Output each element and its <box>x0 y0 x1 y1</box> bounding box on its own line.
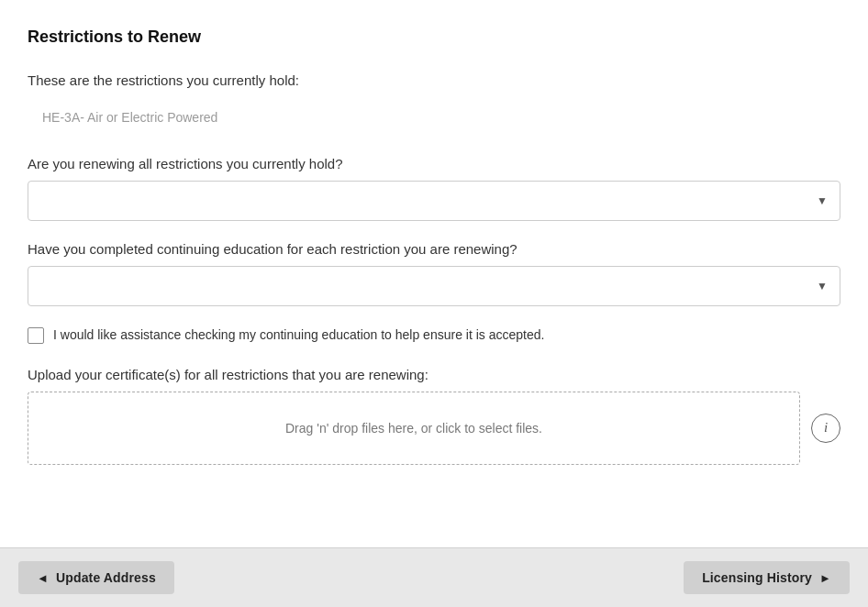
upload-dropzone-text: Drag 'n' drop files here, or click to se… <box>285 421 542 436</box>
continuing-ed-label: Have you completed continuing education … <box>28 241 840 257</box>
next-arrow-icon: ► <box>819 571 831 585</box>
next-button[interactable]: Licensing History ► <box>684 561 850 594</box>
main-content: Restrictions to Renew These are the rest… <box>0 0 868 547</box>
back-button[interactable]: ◄ Update Address <box>18 561 174 594</box>
assistance-checkbox[interactable] <box>28 327 44 344</box>
current-restrictions-label: These are the restrictions you currently… <box>28 72 840 88</box>
continuing-ed-select-wrapper: Yes No ▼ <box>28 266 840 306</box>
upload-area-wrapper: Drag 'n' drop files here, or click to se… <box>28 392 840 465</box>
info-icon[interactable]: i <box>811 414 840 443</box>
page-title: Restrictions to Renew <box>28 28 840 47</box>
footer-bar: ◄ Update Address Licensing History ► <box>0 547 868 607</box>
next-button-label: Licensing History <box>702 570 812 585</box>
assistance-checkbox-row: I would like assistance checking my cont… <box>28 326 840 345</box>
renewing-all-label: Are you renewing all restrictions you cu… <box>28 156 840 171</box>
back-button-label: Update Address <box>56 570 156 585</box>
assistance-checkbox-label: I would like assistance checking my cont… <box>53 326 544 345</box>
continuing-ed-select[interactable]: Yes No <box>28 266 840 306</box>
back-arrow-icon: ◄ <box>37 571 49 585</box>
current-restriction-value: HE-3A- Air or Electric Powered <box>28 101 840 134</box>
renewing-all-select-wrapper: Yes No ▼ <box>28 181 840 221</box>
info-icon-label: i <box>824 420 828 436</box>
upload-label: Upload your certificate(s) for all restr… <box>28 367 840 382</box>
upload-dropzone[interactable]: Drag 'n' drop files here, or click to se… <box>28 392 800 465</box>
renewing-all-select[interactable]: Yes No <box>28 181 840 221</box>
